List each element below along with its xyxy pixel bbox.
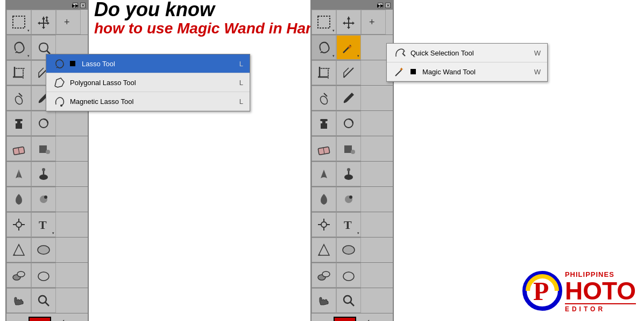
sponge-tool[interactable] [6, 187, 31, 212]
hand-tool-r[interactable] [312, 288, 336, 313]
shape-tool-r[interactable] [312, 263, 336, 288]
marquee-tool-r[interactable]: ▾ [312, 10, 336, 34]
svg-line-55 [344, 68, 353, 78]
zoom-tool[interactable] [31, 288, 56, 313]
svg-rect-43 [318, 16, 330, 28]
sponge-tool-r[interactable] [312, 187, 336, 212]
title-line1: Do you know [94, 0, 324, 19]
svg-point-38 [39, 296, 46, 303]
marquee-tool[interactable]: ▾ [6, 10, 31, 34]
slice-tool-r[interactable] [336, 60, 361, 85]
brush-tool-r[interactable] [336, 86, 361, 110]
magic-wand-option[interactable]: ✦ Magic Wand Tool W [387, 62, 547, 81]
color-section: ⊡ ↙ [6, 313, 88, 321]
svg-point-67 [347, 168, 350, 171]
ellipse-tool-r[interactable] [336, 238, 361, 262]
lasso-label: Lasso Tool [82, 60, 235, 68]
magic-wand-tool-r[interactable]: ✦ ▾ [336, 35, 361, 60]
dropdown-menu-left: Lasso Tool L Polygonal Lasso Tool L Magn… [46, 54, 250, 111]
hand-tool[interactable] [6, 288, 31, 313]
collapse-btn-right[interactable]: ▶▶ [378, 3, 383, 8]
swap-colors-icon[interactable]: ↙ [60, 318, 65, 321]
svg-marker-32 [13, 245, 24, 255]
tool-row-r5 [312, 111, 393, 136]
eraser-tool-r[interactable] [312, 136, 336, 161]
smudge-tool-r[interactable] [336, 187, 361, 212]
stamp-tool[interactable] [6, 111, 31, 136]
zoom-tool-r[interactable] [336, 288, 361, 313]
tool-row-r3 [312, 60, 393, 86]
svg-text:T: T [344, 218, 352, 232]
dodge-tool[interactable] [31, 162, 56, 186]
logo-photo-text: HOTO [565, 278, 636, 303]
healing-tool-r[interactable] [312, 86, 336, 110]
move-tool-r[interactable] [336, 10, 361, 34]
lasso-tool[interactable]: ▾ [6, 35, 31, 60]
quick-selection-option[interactable]: Quick Selection Tool W [387, 44, 547, 62]
color-squares-r: ⊡ ↙ [334, 317, 371, 321]
magic-wand-label: Magic Wand Tool [422, 68, 530, 76]
polygonal-lasso-option[interactable]: Polygonal Lasso Tool L [46, 73, 250, 92]
dodge-tool-r[interactable] [336, 162, 361, 186]
quick-selection-shortcut: W [534, 49, 541, 57]
title-area: Do you know how to use Magic Wand in Han… [94, 0, 324, 38]
tool-row-5 [6, 111, 88, 136]
svg-rect-15 [15, 119, 23, 121]
notes-tool-r[interactable] [336, 263, 361, 288]
move-tool[interactable] [31, 10, 56, 34]
swap-colors-icon-r[interactable]: ↙ [365, 318, 370, 321]
history-brush-tool-r[interactable] [336, 111, 361, 136]
history-brush-tool[interactable] [31, 111, 56, 136]
move2-tool[interactable] [6, 212, 31, 237]
quick-selection-label: Quick Selection Tool [411, 49, 530, 57]
magnetic-lasso-label: Magnetic Lasso Tool [70, 97, 235, 106]
svg-point-78 [343, 246, 355, 254]
add-tool-r[interactable]: + [361, 10, 386, 34]
tool-row-r10 [312, 238, 393, 263]
tool-row-r9: T ▾ [312, 212, 393, 238]
tool-row-r12 [312, 288, 393, 313]
svg-rect-0 [13, 16, 25, 28]
foreground-color[interactable] [29, 317, 51, 321]
svg-point-56 [319, 95, 329, 106]
selected-indicator-right [411, 69, 416, 74]
crop-tool[interactable] [6, 60, 31, 85]
magnetic-lasso-icon [53, 95, 66, 108]
path-tool-r[interactable] [312, 238, 336, 262]
ellipse-tool[interactable] [31, 238, 56, 262]
svg-rect-60 [320, 119, 328, 121]
stamp-tool-r[interactable] [312, 111, 336, 136]
svg-line-57 [324, 93, 327, 96]
type-tool[interactable]: T ▾ [31, 212, 56, 237]
lasso-tool-option[interactable]: Lasso Tool L [46, 54, 250, 73]
tool-row-r1: ▾ + [312, 10, 393, 35]
lasso-shortcut: L [239, 60, 243, 68]
svg-point-21 [39, 175, 48, 180]
blur-tool-r[interactable] [312, 162, 336, 186]
fill-tool-r[interactable] [336, 136, 361, 161]
close-btn-right[interactable]: ✕ [385, 3, 391, 8]
healing-tool[interactable] [6, 86, 31, 110]
smudge-tool[interactable] [31, 187, 56, 212]
eraser-tool[interactable] [6, 136, 31, 161]
svg-text:✦: ✦ [346, 43, 353, 51]
fill-tool[interactable] [31, 136, 56, 161]
crop-tool-r[interactable] [312, 60, 336, 85]
svg-point-80 [322, 271, 330, 277]
svg-point-65 [344, 175, 353, 180]
add-tool[interactable]: + [56, 10, 81, 34]
close-btn[interactable]: ✕ [80, 3, 86, 8]
magnetic-lasso-option[interactable]: Magnetic Lasso Tool L [46, 92, 250, 111]
collapse-btn[interactable]: ▶▶ [73, 3, 78, 8]
lasso-tool-r[interactable]: ▾ [312, 35, 336, 60]
path-tool[interactable] [6, 238, 31, 262]
shape-tool[interactable] [6, 263, 31, 288]
foreground-color-r[interactable] [334, 317, 356, 321]
svg-line-11 [19, 93, 22, 96]
tool-row-r4 [312, 86, 393, 111]
move2-tool-r[interactable] [312, 212, 336, 237]
notes-tool[interactable] [31, 263, 56, 288]
type-tool-r[interactable]: T ▾ [336, 212, 361, 237]
magic-wand-shortcut: W [534, 68, 541, 76]
blur-tool[interactable] [6, 162, 31, 186]
